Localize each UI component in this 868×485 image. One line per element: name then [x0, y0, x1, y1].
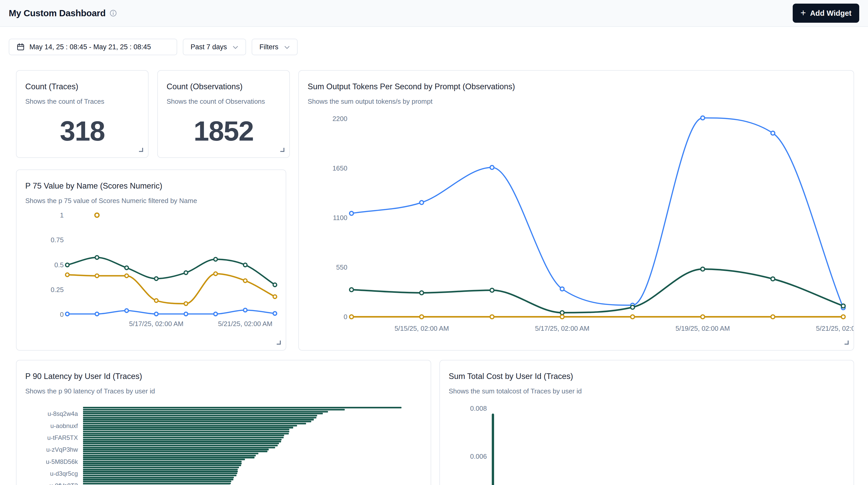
p90-bar-chart[interactable]: u-8sq2w4au-aobnuxfu-tFAR5TXu-zVqP3hwu-5M… — [17, 360, 431, 485]
bar-row[interactable] — [83, 453, 258, 454]
data-point-name-orange[interactable] — [125, 274, 128, 278]
resize-handle[interactable] — [276, 340, 282, 346]
resize-handle[interactable] — [280, 147, 285, 154]
bar-row[interactable] — [83, 455, 256, 456]
data-point-prompt-orange[interactable] — [771, 315, 775, 319]
bar-row[interactable] — [83, 473, 237, 474]
bar-row[interactable] — [83, 445, 278, 446]
bar-row[interactable] — [83, 423, 306, 424]
data-point-prompt-green[interactable] — [701, 267, 705, 271]
data-point-name-orange[interactable] — [154, 299, 158, 302]
data-point-prompt-green[interactable] — [350, 288, 353, 292]
data-point-name-blue[interactable] — [184, 312, 188, 316]
data-point-name-orange[interactable] — [273, 295, 277, 299]
bar-row[interactable] — [83, 411, 328, 413]
data-point-prompt-blue[interactable] — [490, 165, 494, 170]
resize-handle[interactable] — [138, 147, 144, 154]
data-point-name-blue[interactable] — [95, 312, 99, 316]
data-point-isolated[interactable] — [95, 213, 99, 217]
data-point-name-orange[interactable] — [243, 279, 247, 282]
data-point-name-green[interactable] — [154, 277, 158, 280]
add-widget-button[interactable]: + Add Widget — [793, 4, 859, 23]
data-point-name-green[interactable] — [184, 271, 188, 274]
bar-row[interactable] — [83, 479, 234, 480]
data-point-prompt-orange[interactable] — [490, 315, 494, 319]
data-point-name-orange[interactable] — [65, 273, 69, 277]
data-point-name-orange[interactable] — [214, 272, 217, 275]
bar-row[interactable] — [83, 457, 254, 458]
bar-row[interactable] — [83, 481, 231, 482]
bar-row[interactable] — [83, 427, 293, 428]
data-point-prompt-orange[interactable] — [701, 315, 705, 319]
data-point-name-blue[interactable] — [243, 308, 247, 312]
data-point-name-blue[interactable] — [214, 312, 217, 316]
bar-row[interactable] — [83, 437, 284, 438]
bar-row[interactable] — [83, 467, 239, 468]
bar-row[interactable] — [83, 469, 238, 470]
data-point-name-green[interactable] — [273, 283, 277, 286]
bar-row[interactable] — [83, 443, 279, 444]
data-point-prompt-green[interactable] — [560, 311, 564, 315]
bar-row[interactable] — [83, 441, 281, 442]
resize-handle[interactable] — [844, 340, 849, 346]
bar-row[interactable] — [83, 451, 268, 452]
bar-row[interactable] — [83, 471, 238, 472]
bar-row[interactable] — [83, 483, 231, 484]
bar-row[interactable] — [83, 417, 316, 419]
date-range-picker[interactable]: May 14, 25 : 08:45 - May 21, 25 : 08:45 — [9, 39, 177, 55]
data-point-name-green[interactable] — [125, 266, 128, 270]
bar-row[interactable] — [83, 421, 311, 422]
data-point-prompt-blue[interactable] — [560, 287, 564, 291]
data-point-prompt-blue[interactable] — [350, 212, 353, 215]
data-point-name-blue[interactable] — [65, 312, 69, 316]
data-point-prompt-green[interactable] — [841, 304, 845, 308]
bar-row[interactable] — [83, 415, 317, 416]
bar-row[interactable] — [83, 431, 289, 432]
data-point-prompt-blue[interactable] — [420, 201, 424, 205]
data-point-name-orange[interactable] — [95, 274, 99, 278]
data-point-prompt-green[interactable] — [490, 289, 494, 292]
bar-row[interactable] — [83, 475, 237, 476]
p75-line-chart[interactable]: 00.250.50.7515/17/25, 02:00 AM5/21/25, 0… — [17, 170, 286, 351]
bar-row[interactable] — [83, 433, 289, 434]
data-point-name-blue[interactable] — [154, 312, 158, 316]
bar-row[interactable] — [83, 459, 245, 460]
data-point-prompt-blue[interactable] — [771, 131, 775, 135]
data-point-prompt-orange[interactable] — [841, 315, 845, 319]
data-point-name-blue[interactable] — [125, 309, 128, 312]
bar-row[interactable] — [83, 447, 275, 448]
bar-row[interactable] — [83, 462, 242, 464]
data-point-prompt-blue[interactable] — [701, 116, 705, 120]
data-point-prompt-orange[interactable] — [350, 315, 353, 319]
bar-row[interactable] — [83, 461, 242, 462]
data-point-prompt-green[interactable] — [771, 277, 775, 281]
data-point-name-orange[interactable] — [184, 302, 188, 305]
bar-row[interactable] — [83, 477, 234, 478]
data-point-name-green[interactable] — [65, 263, 69, 267]
bar-row[interactable] — [83, 407, 402, 408]
date-preset-dropdown[interactable]: Past 7 days — [183, 39, 246, 55]
data-point-prompt-orange[interactable] — [631, 315, 634, 319]
data-point-name-green[interactable] — [243, 263, 247, 267]
bar-row[interactable] — [83, 409, 345, 411]
data-point-prompt-green[interactable] — [631, 305, 634, 309]
data-point-name-green[interactable] — [214, 257, 217, 261]
data-point-name-green[interactable] — [95, 256, 99, 259]
data-point-prompt-orange[interactable] — [560, 315, 564, 319]
bar-row[interactable] — [83, 419, 314, 420]
bar-row[interactable] — [83, 413, 323, 414]
bar-row[interactable] — [83, 429, 289, 430]
bar-row[interactable] — [83, 465, 241, 466]
cost-bar-chart[interactable]: 0.0080.006 — [440, 360, 854, 485]
data-point-prompt-green[interactable] — [420, 291, 424, 295]
bar-row[interactable] — [83, 435, 284, 436]
bar-row[interactable] — [83, 425, 297, 426]
filters-dropdown[interactable]: Filters — [252, 39, 298, 55]
bar-column[interactable] — [492, 414, 494, 485]
data-point-prompt-orange[interactable] — [420, 315, 424, 319]
info-icon[interactable] — [110, 9, 117, 17]
tokens-line-chart[interactable]: 05501100165022005/15/25, 02:00 AM5/17/25… — [299, 71, 854, 351]
data-point-name-blue[interactable] — [273, 312, 277, 315]
bar-row[interactable] — [83, 449, 269, 450]
bar-row[interactable] — [83, 439, 282, 441]
